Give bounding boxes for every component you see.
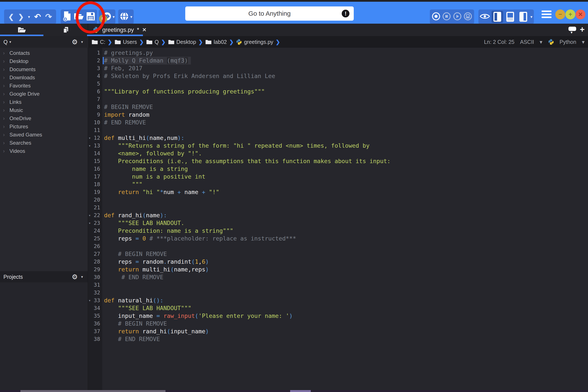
code-text[interactable]	[102, 196, 104, 204]
code-text[interactable]: return "hi "*num + name + "!"	[102, 188, 220, 196]
line-number[interactable]: ▾12	[88, 134, 102, 142]
code-line-23[interactable]: ▾23 """SEE LAB HANDOUT.	[88, 219, 588, 227]
code-text[interactable]	[102, 96, 104, 103]
line-number[interactable]: 26	[88, 242, 102, 250]
fold-marker-icon[interactable]: ▾	[88, 219, 91, 227]
code-text[interactable]: """Library of functions producing greeti…	[102, 88, 265, 96]
breadcrumb-item-greetings-py[interactable]: greetings.py	[236, 39, 273, 45]
code-line-8[interactable]: 8# BEGIN REMOVE	[88, 103, 588, 111]
code-line-27[interactable]: 27 # BEGIN REMOVE	[88, 250, 588, 258]
code-line-12[interactable]: ▾12def multi_hi(name,num):	[88, 134, 588, 142]
code-text[interactable]: name is a string	[102, 165, 188, 173]
code-text[interactable]: Preconditions (i.e., the assumptions tha…	[102, 157, 390, 165]
code-line-36[interactable]: 36 # BEGIN REMOVE	[88, 320, 588, 328]
line-number[interactable]: 17	[88, 173, 102, 180]
code-text[interactable]: return rand_hi(input_name)	[102, 328, 209, 335]
code-text[interactable]: """Returns a string of the form: "hi " r…	[102, 142, 370, 150]
browser-preview-button[interactable]	[120, 12, 129, 22]
syntax-alert-icon[interactable]: !	[342, 10, 350, 18]
line-number[interactable]: 35	[88, 312, 102, 320]
projects-gear-icon[interactable]: ⚙	[72, 274, 78, 280]
line-number[interactable]: 2	[88, 57, 102, 64]
code-line-24[interactable]: 24 Precondition: name is a string"""	[88, 227, 588, 235]
close-tab-icon[interactable]: ✕	[142, 27, 146, 33]
browser-dropdown[interactable]: ▾	[130, 15, 132, 19]
line-number[interactable]: 8	[88, 103, 102, 111]
code-line-6[interactable]: 6"""Library of functions producing greet…	[88, 88, 588, 96]
sidebar-item-searches[interactable]: ›Searches	[0, 139, 88, 147]
encoding-indicator[interactable]: ASCII	[520, 39, 534, 45]
history-dropdown[interactable]: ▾	[28, 15, 30, 19]
line-number[interactable]: 3	[88, 64, 102, 72]
fold-marker-icon[interactable]: ▾	[88, 212, 91, 219]
scrollbar-thumb[interactable]	[290, 390, 311, 392]
sidebar-item-links[interactable]: ›Links	[0, 98, 88, 106]
places-gear-dropdown-icon[interactable]: ▾	[81, 40, 83, 44]
line-number[interactable]: 4	[88, 72, 102, 80]
code-text[interactable]: # END REMOVE	[102, 335, 160, 343]
expand-chevron-icon[interactable]: ›	[3, 59, 8, 64]
toggle-right-pane-button[interactable]	[518, 11, 529, 23]
new-file-button[interactable]	[62, 11, 72, 22]
code-line-4[interactable]: 4# Skeleton by Profs Erik Andersen and L…	[88, 72, 588, 80]
expand-chevron-icon[interactable]: ›	[3, 140, 8, 146]
expand-chevron-icon[interactable]: ›	[3, 116, 8, 121]
line-number[interactable]: 38	[88, 335, 102, 343]
sidebar-tab-files[interactable]	[44, 24, 88, 36]
scope-label[interactable]: Q	[4, 39, 8, 45]
code-text[interactable]	[102, 289, 104, 296]
line-number[interactable]: ▾33	[88, 296, 102, 304]
code-line-29[interactable]: 29 return multi_hi(name,reps)	[88, 266, 588, 273]
code-line-5[interactable]: 5	[88, 80, 588, 88]
code-text[interactable]: return multi_hi(name,reps)	[102, 266, 209, 273]
macro-save-button[interactable]	[463, 12, 472, 22]
scope-dropdown-icon[interactable]: ▾	[9, 40, 11, 44]
open-file-button[interactable]	[74, 12, 84, 22]
code-line-32[interactable]: 32	[88, 289, 588, 296]
code-text[interactable]: input_name = raw_input('Please enter you…	[102, 312, 293, 320]
line-number[interactable]: 10	[88, 119, 102, 126]
line-number[interactable]: 28	[88, 258, 102, 266]
sidebar-item-desktop[interactable]: ›Desktop	[0, 57, 88, 65]
maximize-button[interactable]: +	[566, 10, 575, 19]
code-text[interactable]: reps = random.randint(1,6)	[102, 258, 209, 266]
expand-chevron-icon[interactable]: ›	[3, 108, 8, 113]
code-text[interactable]: Precondition: name is a string"""	[102, 227, 233, 235]
places-gear-icon[interactable]: ⚙	[72, 39, 78, 45]
editor-pane[interactable]: 1# greetings.py2# Molly Q Feldman (mqf3)…	[88, 48, 588, 392]
new-tab-button[interactable]: +	[580, 25, 584, 34]
code-text[interactable]: # Feb, 2017	[102, 64, 142, 72]
code-line-30[interactable]: 30 # END REMOVE	[88, 273, 588, 281]
line-number[interactable]: ▾23	[88, 219, 102, 227]
code-text[interactable]	[102, 80, 104, 88]
code-line-10[interactable]: 10# END REMOVE	[88, 119, 588, 126]
close-window-button[interactable]: ✕	[576, 10, 586, 19]
line-number[interactable]: 5	[88, 80, 102, 88]
code-text[interactable]: import random	[102, 111, 149, 119]
line-number[interactable]: 27	[88, 250, 102, 258]
line-number[interactable]: 32	[88, 289, 102, 296]
horizontal-scrollbar[interactable]	[0, 390, 588, 392]
preview-eye-button[interactable]	[480, 13, 490, 21]
sidebar-item-documents[interactable]: ›Documents	[0, 65, 88, 74]
sidebar-item-music[interactable]: ›Music	[0, 106, 88, 114]
code-line-1[interactable]: 1# greetings.py	[88, 49, 588, 57]
breadcrumb-item-users[interactable]: Users	[114, 39, 137, 45]
code-text[interactable]	[102, 242, 104, 250]
code-text[interactable]: # BEGIN REMOVE	[102, 250, 167, 258]
goto-anything-input[interactable]: Go to Anything !	[185, 6, 354, 21]
sidebar-item-favorites[interactable]: ›Favorites	[0, 82, 88, 90]
code-text[interactable]: # END REMOVE	[102, 273, 163, 281]
code-text[interactable]: # greetings.py	[102, 49, 153, 57]
line-number[interactable]: 29	[88, 266, 102, 273]
line-number[interactable]: ▾13	[88, 142, 102, 150]
code-line-34[interactable]: 34 """SEE LAB HANDOUT"""	[88, 304, 588, 312]
code-text[interactable]: def multi_hi(name,num):	[102, 134, 184, 142]
preview-dropdown[interactable]: ▾	[112, 15, 115, 19]
code-line-7[interactable]: 7	[88, 96, 588, 103]
expand-chevron-icon[interactable]: ›	[3, 75, 8, 80]
code-line-13[interactable]: ▾13 """Returns a string of the form: "hi…	[88, 142, 588, 150]
code-line-16[interactable]: 16 name is a string	[88, 165, 588, 173]
code-line-38[interactable]: 38 # END REMOVE	[88, 335, 588, 343]
code-line-9[interactable]: 9import random	[88, 111, 588, 119]
